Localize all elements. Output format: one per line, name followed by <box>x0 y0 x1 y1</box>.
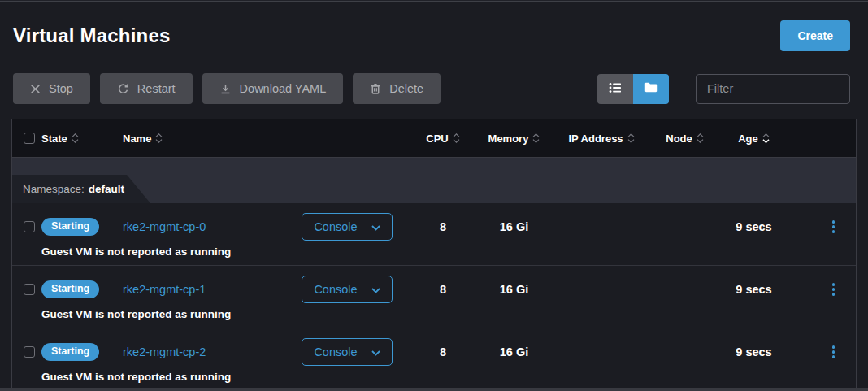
download-icon <box>219 83 232 95</box>
x-icon <box>30 84 41 94</box>
status-badge: Starting <box>41 343 99 361</box>
row-warning-message: Guest VM is not reported as running <box>41 368 856 386</box>
namespace-group-tab: Namespace: default <box>12 175 150 203</box>
console-button-label: Console <box>314 283 357 296</box>
download-yaml-button-label: Download YAML <box>240 82 327 95</box>
toolbar-right <box>597 74 850 104</box>
memory-value: 16 Gi <box>475 211 553 243</box>
column-header-memory[interactable]: Memory <box>475 133 553 145</box>
sort-carets <box>72 133 79 143</box>
trash-icon <box>370 83 381 95</box>
chevron-down-icon <box>371 220 380 233</box>
delete-button[interactable]: Delete <box>353 73 441 104</box>
console-dropdown-button[interactable]: Console <box>302 276 393 303</box>
table-row: Starting rke2-mgmt-cp-0 Console 8 16 Gi … <box>12 203 856 266</box>
age-value: 9 secs <box>719 211 788 243</box>
bottom-scrollbar-track[interactable] <box>0 388 868 391</box>
sort-carets-active-desc <box>762 133 770 143</box>
console-button-label: Console <box>314 345 357 358</box>
row-warning-message: Guest VM is not reported as running <box>41 243 856 261</box>
row-actions-kebab-button[interactable] <box>828 216 840 237</box>
table-row: Starting rke2-mgmt-cp-2 Console 8 16 Gi … <box>12 328 856 391</box>
status-badge: Starting <box>41 280 99 298</box>
sort-carets <box>532 133 540 143</box>
ip-address-value <box>553 273 650 306</box>
sort-carets <box>155 133 163 143</box>
restart-button-label: Restart <box>137 82 176 95</box>
chevron-down-icon <box>371 283 380 296</box>
cpu-value: 8 <box>410 273 475 306</box>
ip-address-value <box>553 211 650 243</box>
row-warning-message: Guest VM is not reported as running <box>41 306 856 324</box>
window-top-edge <box>0 0 868 2</box>
column-header-name[interactable]: Name <box>123 133 297 145</box>
create-button[interactable]: Create <box>780 20 850 51</box>
table-header-row: State Name CPU Memory IP Address Node Ag… <box>12 119 856 158</box>
select-all-checkbox[interactable] <box>24 133 35 144</box>
sort-carets <box>697 133 704 143</box>
column-header-state[interactable]: State <box>41 133 123 145</box>
stop-button[interactable]: Stop <box>13 73 90 104</box>
folder-icon <box>644 82 658 95</box>
refresh-icon <box>117 83 129 95</box>
vm-name-link[interactable]: rke2-mgmt-cp-2 <box>123 345 206 358</box>
column-header-ip-address[interactable]: IP Address <box>553 133 650 145</box>
status-badge: Starting <box>41 218 99 236</box>
row-actions-kebab-button[interactable] <box>828 279 840 300</box>
namespace-label: Namespace: <box>23 183 85 195</box>
node-value <box>650 336 719 368</box>
sort-carets <box>453 133 460 143</box>
cpu-value: 8 <box>410 336 475 368</box>
page-title: Virtual Machines <box>13 24 171 47</box>
node-value <box>650 273 719 306</box>
row-checkbox[interactable] <box>24 346 35 358</box>
vm-table: State Name CPU Memory IP Address Node Ag… <box>11 119 857 391</box>
bulk-actions: Stop Restart Download YAML Delete <box>13 73 441 104</box>
stop-button-label: Stop <box>49 82 73 95</box>
cpu-value: 8 <box>410 211 475 243</box>
node-value <box>650 211 719 243</box>
namespace-value: default <box>89 183 124 195</box>
row-checkbox[interactable] <box>24 284 35 295</box>
toolbar: Stop Restart Download YAML Delete <box>13 73 850 104</box>
column-header-cpu[interactable]: CPU <box>410 133 475 145</box>
namespace-group-bar: Namespace: default <box>12 158 856 203</box>
memory-value: 16 Gi <box>475 273 553 306</box>
console-dropdown-button[interactable]: Console <box>302 338 393 366</box>
row-actions-kebab-button[interactable] <box>828 341 840 363</box>
chevron-down-icon <box>371 345 380 358</box>
vm-name-link[interactable]: rke2-mgmt-cp-0 <box>123 220 206 233</box>
download-yaml-button[interactable]: Download YAML <box>202 73 344 104</box>
list-view-icon <box>609 82 622 96</box>
restart-button[interactable]: Restart <box>100 73 193 104</box>
console-button-label: Console <box>314 220 357 233</box>
ip-address-value <box>553 336 650 368</box>
age-value: 9 secs <box>719 336 788 368</box>
age-value: 9 secs <box>719 273 788 306</box>
vm-name-link[interactable]: rke2-mgmt-cp-1 <box>123 283 206 296</box>
console-dropdown-button[interactable]: Console <box>302 213 393 241</box>
column-header-node[interactable]: Node <box>650 133 719 145</box>
delete-button-label: Delete <box>389 82 423 95</box>
memory-value: 16 Gi <box>475 336 553 368</box>
table-row: Starting rke2-mgmt-cp-1 Console 8 16 Gi … <box>12 266 856 328</box>
sort-carets <box>627 133 635 143</box>
page-header: Virtual Machines Create <box>13 20 850 51</box>
column-header-age[interactable]: Age <box>719 133 788 145</box>
view-toggle <box>597 74 669 104</box>
row-checkbox[interactable] <box>24 221 35 232</box>
grouped-view-button[interactable] <box>633 74 669 104</box>
filter-input[interactable] <box>696 74 850 104</box>
list-view-button[interactable] <box>597 74 633 104</box>
